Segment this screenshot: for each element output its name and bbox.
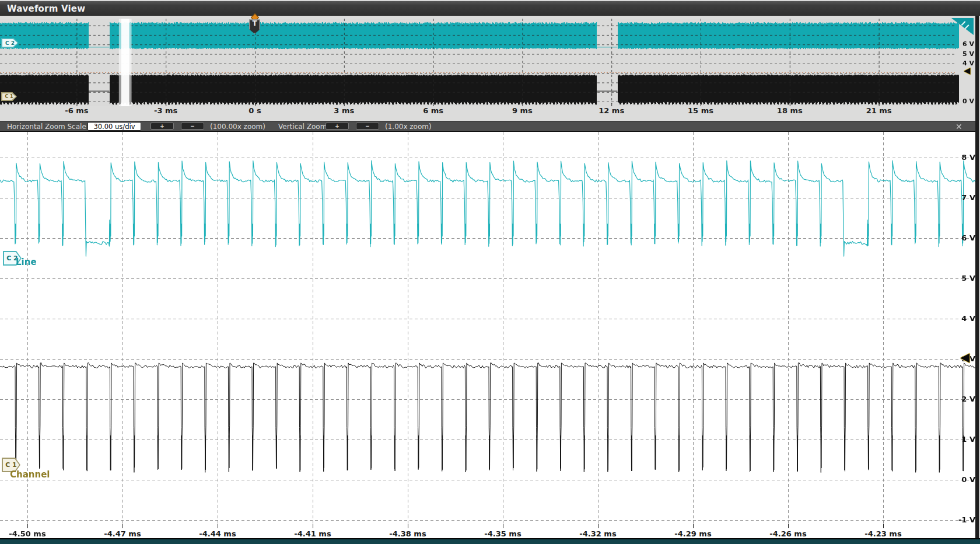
overview-time-tick: -6 ms [65,106,88,115]
overview-time-tick: 12 ms [598,106,624,115]
overview-time-tick: 21 ms [866,106,892,115]
overview-time-tick: -3 ms [154,106,177,115]
overview-time-tick: 9 ms [512,106,533,115]
channel1-label: Channel [10,469,50,480]
overview-time-tick: 0 s [249,106,261,115]
trigger-level-arrow-icon[interactable]: ◀ [960,351,970,364]
overview-plot[interactable] [0,19,960,106]
zoom-voltage-tick: 7 V [957,193,975,202]
zoom-voltage-tick: 4 V [957,314,975,323]
vertical-zoom-label: Vertical Zoom [278,123,327,131]
horizontal-zoom-readout: (100.00x zoom) [210,123,265,131]
zoom-voltage-tick: 5 V [957,274,975,283]
zoom-plot[interactable] [0,132,977,528]
overview-time-tick: 3 ms [334,106,354,115]
zoom-time-tick: -4.44 ms [199,529,236,538]
zoom-time-tick: -4.23 ms [864,529,901,538]
overview-trigger-level-arrow-icon[interactable]: ◀ [964,67,971,75]
channel2-label: Line [16,257,37,267]
zoom-voltage-tick: 2 V [957,395,975,403]
trigger-flag-label: T [252,19,257,27]
horizontal-zoom-scale-label: Horizontal Zoom Scale [7,123,86,131]
close-zoom-toolbar-icon[interactable]: ✕ [956,122,963,131]
zoom-time-tick: -4.29 ms [674,529,711,538]
zoom-time-tick: -4.38 ms [389,529,426,538]
zoom-view: 8 V7 V6 V5 V4 V3 V2 V1 V0 V-1 V C 2 Line… [0,132,980,528]
zoom-toolbar: Horizontal Zoom Scale + − (100.00x zoom)… [0,121,980,132]
bottom-bar [0,538,980,544]
overview-voltage-tick: 6 V [957,40,974,48]
horizontal-zoom-in-button[interactable]: + [150,123,174,130]
zoom-time-tick: -4.41 ms [294,529,331,538]
vertical-zoom-out-button[interactable]: − [356,123,379,130]
overview-time-tick: 18 ms [777,106,803,115]
overview-voltage-tick: 0 V [957,97,974,105]
vertical-zoom-readout: (1.00x zoom) [385,123,432,131]
overview-time-tick: 15 ms [688,106,713,115]
zoom-time-tick: -4.47 ms [104,529,141,538]
zoom-time-tick: -4.32 ms [579,529,616,538]
zoom-voltage-tick: 1 V [957,435,975,444]
horizontal-zoom-out-button[interactable]: − [181,123,204,130]
zoom-time-tick: -4.26 ms [769,529,806,538]
acquisition-overview: -6 ms-3 ms0 s3 ms6 ms9 ms12 ms15 ms18 ms… [0,16,980,121]
zoom-time-tick: -4.50 ms [9,529,46,538]
zoom-time-axis: -4.50 ms-4.47 ms-4.44 ms-4.41 ms-4.38 ms… [0,528,980,538]
overview-voltage-tick: 5 V [957,50,974,58]
zoom-time-tick: -4.35 ms [484,529,521,538]
horizontal-scale-input[interactable] [88,122,141,131]
zoom-voltage-tick: 8 V [957,153,975,162]
waveform-view-window: Waveform View -6 ms-3 ms0 s3 ms6 ms9 ms1… [0,0,980,544]
zoom-voltage-tick: -1 V [957,515,975,524]
zoom-voltage-tick: 6 V [957,233,975,242]
window-title: Waveform View [7,4,85,14]
vertical-zoom-in-button[interactable]: + [326,123,349,130]
titlebar[interactable]: Waveform View [0,0,980,16]
zoom-voltage-tick: 0 V [957,475,975,484]
overview-time-tick: 6 ms [423,106,443,115]
